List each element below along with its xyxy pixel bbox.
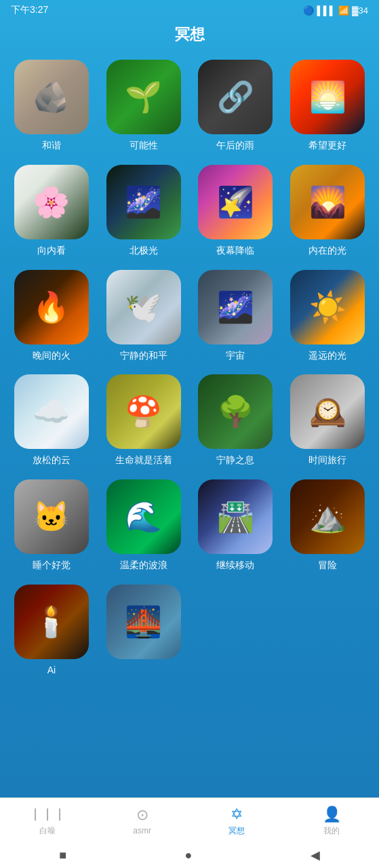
thumb-13: ☁️ bbox=[14, 374, 89, 449]
thumb-18: 🌊 bbox=[106, 479, 181, 554]
thumb-21: 🕯️ bbox=[14, 585, 89, 659]
thumb-19: 🛣️ bbox=[198, 479, 273, 554]
grid-item-12[interactable]: ☀️遥远的光 bbox=[281, 264, 374, 370]
thumb-9: 🔥 bbox=[14, 270, 89, 344]
grid-item-6[interactable]: 🌌北极光 bbox=[98, 159, 190, 264]
thumb-16: 🕰️ bbox=[290, 374, 365, 449]
grid-label-2: 可能性 bbox=[129, 140, 158, 151]
grid-label-4: 希望更好 bbox=[308, 140, 346, 151]
whitenoise-icon: 𝍩𝍩𝍩 bbox=[29, 805, 66, 823]
grid-item-11[interactable]: 🌌宇宙 bbox=[190, 264, 282, 370]
thumb-inner-21: 🕯️ bbox=[14, 585, 89, 659]
battery-icon: ▓34 bbox=[352, 5, 368, 16]
grid-item-10[interactable]: 🕊️宁静的和平 bbox=[98, 264, 190, 370]
thumb-10: 🕊️ bbox=[106, 270, 181, 344]
nav-item-asmr[interactable]: ⊙ asmr bbox=[115, 806, 169, 835]
nav-label-whitenoise: 白噪 bbox=[39, 825, 56, 837]
grid-item-4[interactable]: 🌅希望更好 bbox=[281, 54, 374, 159]
wifi-icon: 📶 bbox=[338, 5, 349, 16]
thumb-inner-6: 🌌 bbox=[106, 165, 181, 239]
grid-label-13: 放松的云 bbox=[33, 454, 71, 466]
grid-item-5[interactable]: 🌸向内看 bbox=[5, 159, 98, 264]
grid-label-3: 午后的雨 bbox=[216, 140, 254, 151]
grid-item-19[interactable]: 🛣️继续移动 bbox=[190, 474, 282, 579]
grid-label-11: 宇宙 bbox=[226, 350, 245, 361]
grid-item-20[interactable]: ⛰️冒险 bbox=[281, 474, 374, 579]
thumb-12: ☀️ bbox=[290, 270, 365, 344]
sys-circle-btn[interactable]: ● bbox=[184, 848, 192, 863]
meditation-grid: 🪨和谐🌱可能性🔗午后的雨🌅希望更好🌸向内看🌌北极光🌠夜幕降临🌄内在的光🔥晚间的火… bbox=[0, 54, 379, 684]
thumb-inner-5: 🌸 bbox=[14, 165, 89, 239]
thumb-inner-12: ☀️ bbox=[290, 270, 365, 344]
bluetooth-icon: 🔵 bbox=[303, 5, 314, 16]
system-nav: ■ ● ◀ bbox=[0, 842, 379, 868]
nav-item-meditation[interactable]: ✡ 冥想 bbox=[210, 806, 264, 837]
thumb-inner-2: 🌱 bbox=[106, 60, 181, 134]
grid-item-14[interactable]: 🍄生命就是活着 bbox=[98, 369, 190, 474]
grid-item-7[interactable]: 🌠夜幕降临 bbox=[190, 159, 282, 264]
asmr-icon: ⊙ bbox=[136, 806, 148, 824]
grid-label-7: 夜幕降临 bbox=[216, 245, 254, 256]
grid-item-1[interactable]: 🪨和谐 bbox=[5, 54, 98, 159]
status-bar: 下午3:27 🔵 ▌▌▌ 📶 ▓34 bbox=[0, 0, 379, 19]
signal-icon: ▌▌▌ bbox=[317, 5, 336, 16]
grid-item-22[interactable]: 🌉 bbox=[98, 579, 190, 684]
thumb-2: 🌱 bbox=[106, 60, 181, 134]
sys-square-btn[interactable]: ■ bbox=[59, 848, 66, 863]
thumb-inner-18: 🌊 bbox=[106, 479, 181, 554]
grid-item-9[interactable]: 🔥晚间的火 bbox=[5, 264, 98, 370]
grid-item-16[interactable]: 🕰️时间旅行 bbox=[281, 369, 374, 474]
grid-label-12: 遥远的光 bbox=[308, 350, 346, 361]
sys-back-btn[interactable]: ◀ bbox=[311, 848, 320, 863]
nav-label-meditation: 冥想 bbox=[228, 825, 245, 837]
page-title: 冥想 bbox=[0, 19, 379, 54]
bottom-nav: 𝍩𝍩𝍩 白噪 ⊙ asmr ✡ 冥想 👤 我的 bbox=[0, 797, 379, 842]
grid-item-2[interactable]: 🌱可能性 bbox=[98, 54, 190, 159]
grid-label-8: 内在的光 bbox=[308, 245, 346, 256]
grid-label-1: 和谐 bbox=[42, 140, 61, 151]
nav-item-whitenoise[interactable]: 𝍩𝍩𝍩 白噪 bbox=[20, 805, 75, 837]
thumb-4: 🌅 bbox=[290, 60, 365, 134]
thumb-inner-8: 🌄 bbox=[290, 165, 365, 239]
thumb-inner-4: 🌅 bbox=[290, 60, 365, 134]
thumb-inner-7: 🌠 bbox=[198, 165, 273, 239]
thumb-22: 🌉 bbox=[106, 585, 181, 659]
grid-label-9: 晚间的火 bbox=[33, 350, 71, 361]
thumb-3: 🔗 bbox=[198, 60, 273, 134]
grid-label-10: 宁静的和平 bbox=[120, 350, 167, 361]
thumb-inner-17: 🐱 bbox=[14, 479, 89, 554]
nav-item-mine[interactable]: 👤 我的 bbox=[304, 806, 359, 837]
nav-label-mine: 我的 bbox=[323, 825, 340, 837]
grid-item-3[interactable]: 🔗午后的雨 bbox=[190, 54, 282, 159]
status-time: 下午3:27 bbox=[11, 4, 48, 16]
thumb-inner-9: 🔥 bbox=[14, 270, 89, 344]
status-icons: 🔵 ▌▌▌ 📶 ▓34 bbox=[303, 5, 368, 16]
thumb-15: 🌳 bbox=[198, 374, 273, 449]
thumb-7: 🌠 bbox=[198, 165, 273, 239]
grid-item-21[interactable]: 🕯️Ai bbox=[5, 579, 98, 684]
thumb-inner-1: 🪨 bbox=[14, 60, 89, 134]
grid-item-8[interactable]: 🌄内在的光 bbox=[281, 159, 374, 264]
thumb-inner-11: 🌌 bbox=[198, 270, 273, 344]
grid-item-15[interactable]: 🌳宁静之息 bbox=[190, 369, 282, 474]
thumb-inner-19: 🛣️ bbox=[198, 479, 273, 554]
thumb-1: 🪨 bbox=[14, 60, 89, 134]
grid-label-18: 温柔的波浪 bbox=[120, 559, 167, 571]
thumb-17: 🐱 bbox=[14, 479, 89, 554]
grid-item-13[interactable]: ☁️放松的云 bbox=[5, 369, 98, 474]
thumb-11: 🌌 bbox=[198, 270, 273, 344]
grid-item-18[interactable]: 🌊温柔的波浪 bbox=[98, 474, 190, 579]
grid-label-5: 向内看 bbox=[37, 245, 66, 256]
thumb-5: 🌸 bbox=[14, 165, 89, 239]
thumb-inner-15: 🌳 bbox=[198, 374, 273, 449]
thumb-inner-20: ⛰️ bbox=[290, 479, 365, 554]
thumb-inner-13: ☁️ bbox=[14, 374, 89, 449]
thumb-inner-3: 🔗 bbox=[198, 60, 273, 134]
grid-label-16: 时间旅行 bbox=[308, 454, 346, 466]
thumb-8: 🌄 bbox=[290, 165, 365, 239]
thumb-inner-14: 🍄 bbox=[106, 374, 181, 449]
thumb-inner-10: 🕊️ bbox=[106, 270, 181, 344]
nav-label-asmr: asmr bbox=[133, 826, 151, 835]
grid-label-20: 冒险 bbox=[318, 559, 337, 571]
grid-item-17[interactable]: 🐱睡个好觉 bbox=[5, 474, 98, 579]
